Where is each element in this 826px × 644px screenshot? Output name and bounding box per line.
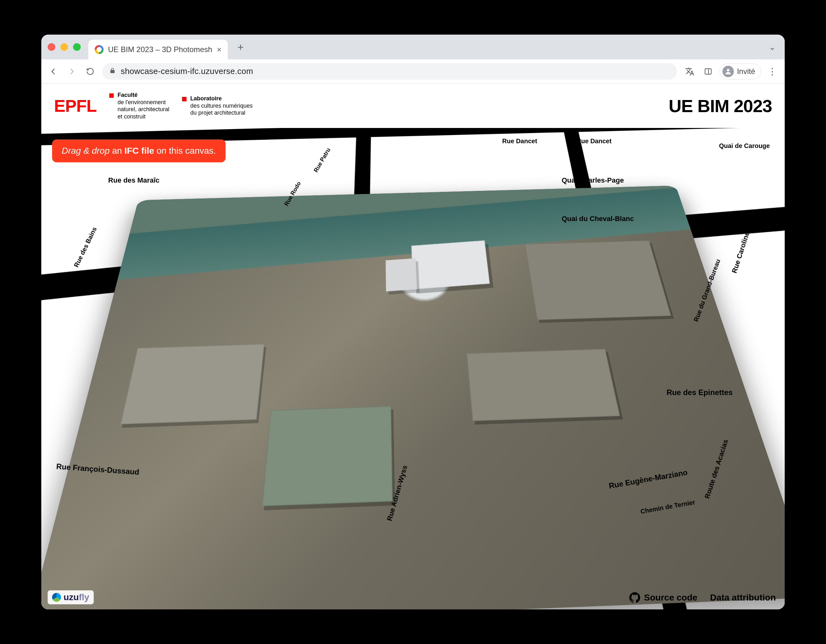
street-label: Rue Dancet (502, 138, 537, 145)
source-code-link[interactable]: Source code (629, 592, 697, 603)
source-code-label: Source code (644, 593, 697, 603)
data-attribution-label: Data attribution (710, 593, 776, 603)
nav-forward-button[interactable] (65, 65, 78, 78)
street-label: Quai Charles-Page (562, 176, 624, 184)
address-bar[interactable]: showcase-cesium-ifc.uzuverse.com (102, 63, 677, 80)
street-label: Rue des Maraîc (108, 176, 160, 184)
window-minimize-button[interactable] (61, 43, 68, 51)
avatar-icon (722, 66, 734, 77)
uzufly-brand: uzufly (64, 592, 89, 602)
translate-icon[interactable] (683, 65, 697, 79)
drop-hint: Drag & drop an IFC file on this canvas. (52, 139, 225, 162)
profile-chip[interactable]: Invité (720, 63, 761, 79)
nav-reload-button[interactable] (84, 65, 96, 78)
photomesh-tile (41, 186, 785, 609)
page-title: UE BIM 2023 (669, 96, 772, 116)
window-close-button[interactable] (48, 43, 55, 51)
page-viewport: EPFL Faculté de l'environnement naturel,… (41, 84, 785, 609)
panel-toggle-icon[interactable] (701, 65, 715, 79)
address-toolbar: showcase-cesium-ifc.uzuverse.com Invité … (41, 59, 785, 84)
tab-favicon-icon (95, 45, 104, 54)
tab-title: UE BIM 2023 – 3D Photomesh (108, 45, 212, 54)
profile-label: Invité (737, 67, 755, 76)
street-label: Quai du Cheval-Blanc (562, 215, 634, 223)
lab-text: Laboratoire des cultures numériques du p… (190, 95, 253, 116)
faculty-block: Faculté de l'environnement naturel, arch… (109, 91, 169, 120)
ifc-model (411, 241, 490, 289)
tabs-overflow-button[interactable]: ⌄ (766, 42, 778, 52)
url-text: showcase-cesium-ifc.uzuverse.com (121, 67, 253, 76)
browser-tab[interactable]: UE BIM 2023 – 3D Photomesh × (88, 40, 228, 59)
street-label: Rue des Epinettes (666, 388, 733, 397)
street-label: Rue Dancet (577, 138, 612, 145)
red-square-icon (109, 93, 114, 98)
window-zoom-button[interactable] (73, 43, 81, 51)
svg-point-2 (727, 69, 730, 71)
epfl-logo: EPFL (54, 96, 96, 116)
toolbar-right: Invité ⋮ (683, 63, 779, 79)
footer-links: Source code Data attribution (629, 592, 776, 603)
uzufly-badge[interactable]: uzufly (48, 590, 94, 604)
traffic-lights (48, 43, 81, 51)
red-square-icon (182, 97, 186, 101)
building (262, 406, 393, 506)
lab-block: Laboratoire des cultures numériques du p… (182, 95, 253, 116)
page-header: EPFL Faculté de l'environnement naturel,… (41, 84, 785, 128)
faculty-text: Faculté de l'environnement naturel, arch… (118, 91, 169, 120)
building (525, 241, 671, 320)
browser-menu-button[interactable]: ⋮ (765, 66, 779, 77)
building (121, 344, 264, 424)
cesium-canvas[interactable]: Rue des Maraîc Rue Dancet Rue Dancet Qua… (41, 128, 785, 609)
building (466, 349, 620, 421)
browser-window: UE BIM 2023 – 3D Photomesh × + ⌄ showcas… (41, 35, 785, 609)
uzufly-logo-icon (52, 593, 61, 602)
new-tab-button[interactable]: + (233, 41, 248, 53)
street-label: Quai de Carouge (719, 142, 770, 150)
tab-close-button[interactable]: × (217, 45, 221, 55)
github-icon (629, 592, 640, 603)
titlebar: UE BIM 2023 – 3D Photomesh × + ⌄ (41, 35, 785, 59)
lock-icon (109, 67, 116, 76)
data-attribution-link[interactable]: Data attribution (710, 593, 776, 603)
nav-back-button[interactable] (47, 65, 60, 78)
